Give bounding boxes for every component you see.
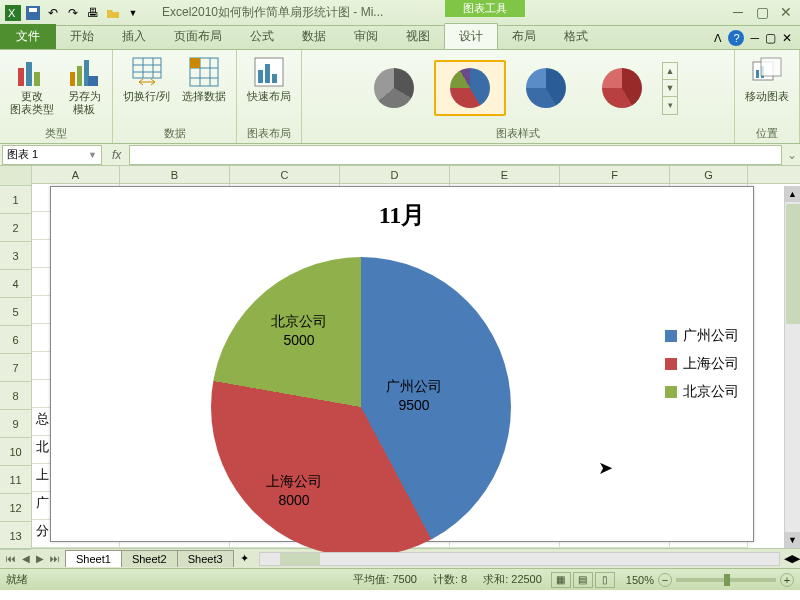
- chart-style-4[interactable]: [586, 60, 658, 116]
- row-header[interactable]: 4: [0, 270, 31, 298]
- style-down-icon[interactable]: ▼: [663, 80, 677, 97]
- expand-fbar-icon[interactable]: ⌄: [784, 148, 800, 162]
- tab-insert[interactable]: 插入: [108, 24, 160, 49]
- scroll-thumb[interactable]: [786, 204, 800, 324]
- doc-close-icon[interactable]: ✕: [782, 31, 792, 45]
- hscroll-thumb[interactable]: [280, 553, 320, 565]
- select-data-button[interactable]: 选择数据: [178, 54, 230, 105]
- row-header[interactable]: 13: [0, 522, 31, 550]
- zoom-out-icon[interactable]: −: [658, 573, 672, 587]
- tab-home[interactable]: 开始: [56, 24, 108, 49]
- close-icon[interactable]: ✕: [778, 4, 794, 20]
- svg-rect-21: [190, 58, 200, 68]
- hscroll-right-icon[interactable]: ▶: [792, 552, 800, 565]
- row-header[interactable]: 3: [0, 242, 31, 270]
- zoom-level[interactable]: 150%: [626, 574, 654, 586]
- pie-slices[interactable]: [211, 257, 511, 557]
- namebox-dropdown-icon[interactable]: ▼: [88, 150, 97, 160]
- open-icon[interactable]: [104, 4, 122, 22]
- sheet-next-icon[interactable]: ▶: [34, 553, 46, 564]
- col-header[interactable]: D: [340, 166, 450, 183]
- formula-input[interactable]: [129, 145, 782, 165]
- style-more-icon[interactable]: ▾: [663, 97, 677, 114]
- horizontal-scrollbar[interactable]: [259, 552, 780, 566]
- chart-legend[interactable]: 广州公司 上海公司 北京公司: [665, 317, 739, 411]
- restore-icon[interactable]: ▢: [754, 4, 770, 20]
- tab-design[interactable]: 设计: [444, 23, 498, 49]
- cell-grid[interactable]: 总北上广分 11月 广州公司9500 上海公司8000 北京公司5000 ➤: [32, 184, 800, 548]
- hscroll-left-icon[interactable]: ◀: [784, 552, 792, 565]
- group-data: 切换行/列 选择数据 数据: [113, 50, 237, 143]
- row-header[interactable]: 1: [0, 186, 31, 214]
- col-header[interactable]: A: [32, 166, 120, 183]
- tab-file[interactable]: 文件: [0, 24, 56, 49]
- doc-min-icon[interactable]: ─: [750, 31, 759, 45]
- save-template-button[interactable]: 另存为模板: [62, 54, 106, 118]
- row-header[interactable]: 8: [0, 382, 31, 410]
- sheet-tab-3[interactable]: Sheet3: [177, 550, 234, 567]
- sheet-first-icon[interactable]: ⏮: [4, 553, 18, 564]
- chart-title[interactable]: 11月: [51, 187, 753, 237]
- chart-object[interactable]: 11月 广州公司9500 上海公司8000 北京公司5000 ➤ 广州公司: [50, 186, 754, 542]
- sheet-tab-2[interactable]: Sheet2: [121, 550, 178, 567]
- save-icon[interactable]: [24, 4, 42, 22]
- row-header[interactable]: 2: [0, 214, 31, 242]
- sheet-tab-1[interactable]: Sheet1: [65, 550, 122, 567]
- col-header[interactable]: C: [230, 166, 340, 183]
- select-all-corner[interactable]: [0, 166, 31, 186]
- print-icon[interactable]: 🖶: [84, 4, 102, 22]
- view-layout-icon[interactable]: ▤: [573, 572, 593, 588]
- col-header[interactable]: B: [120, 166, 230, 183]
- qat-dropdown-icon[interactable]: ▼: [124, 4, 142, 22]
- status-average: 平均值: 7500: [353, 572, 417, 587]
- switch-row-col-button[interactable]: 切换行/列: [119, 54, 174, 105]
- zoom-slider[interactable]: [676, 578, 776, 582]
- row-header[interactable]: 6: [0, 326, 31, 354]
- excel-icon[interactable]: X: [4, 4, 22, 22]
- scroll-up-icon[interactable]: ▲: [785, 186, 800, 202]
- chart-style-2[interactable]: [434, 60, 506, 116]
- sheet-last-icon[interactable]: ⏭: [48, 553, 62, 564]
- group-chart-layout: 快速布局 图表布局: [237, 50, 302, 143]
- view-break-icon[interactable]: ▯: [595, 572, 615, 588]
- tab-page-layout[interactable]: 页面布局: [160, 24, 236, 49]
- col-header[interactable]: F: [560, 166, 670, 183]
- style-up-icon[interactable]: ▲: [663, 63, 677, 80]
- tab-formula[interactable]: 公式: [236, 24, 288, 49]
- view-normal-icon[interactable]: ▦: [551, 572, 571, 588]
- doc-max-icon[interactable]: ▢: [765, 31, 776, 45]
- row-header[interactable]: 10: [0, 438, 31, 466]
- help-icon[interactable]: ?: [728, 30, 744, 46]
- tab-layout2[interactable]: 布局: [498, 24, 550, 49]
- undo-icon[interactable]: ↶: [44, 4, 62, 22]
- row-header[interactable]: 12: [0, 494, 31, 522]
- zoom-thumb[interactable]: [724, 574, 730, 586]
- svg-rect-29: [761, 58, 781, 76]
- vertical-scrollbar[interactable]: ▲ ▼: [784, 186, 800, 548]
- change-chart-type-button[interactable]: 更改图表类型: [6, 54, 58, 118]
- quick-layout-button[interactable]: 快速布局: [243, 54, 295, 105]
- sheet-prev-icon[interactable]: ◀: [20, 553, 32, 564]
- col-header[interactable]: E: [450, 166, 560, 183]
- fx-icon[interactable]: fx: [104, 148, 129, 162]
- row-header[interactable]: 11: [0, 466, 31, 494]
- move-chart-button[interactable]: 移动图表: [741, 54, 793, 105]
- pie-plot[interactable]: 广州公司9500 上海公司8000 北京公司5000 ➤: [211, 257, 511, 557]
- tab-review[interactable]: 审阅: [340, 24, 392, 49]
- row-header[interactable]: 9: [0, 410, 31, 438]
- chart-style-3[interactable]: [510, 60, 582, 116]
- col-header[interactable]: G: [670, 166, 748, 183]
- ribbon-minimize-icon[interactable]: ᐱ: [714, 32, 722, 45]
- redo-icon[interactable]: ↷: [64, 4, 82, 22]
- row-header[interactable]: 7: [0, 354, 31, 382]
- tab-view[interactable]: 视图: [392, 24, 444, 49]
- tab-data[interactable]: 数据: [288, 24, 340, 49]
- svg-rect-4: [18, 68, 24, 86]
- name-box[interactable]: 图表 1 ▼: [2, 145, 102, 165]
- scroll-down-icon[interactable]: ▼: [785, 532, 800, 548]
- minimize-icon[interactable]: ─: [730, 4, 746, 20]
- tab-format[interactable]: 格式: [550, 24, 602, 49]
- chart-style-1[interactable]: [358, 60, 430, 116]
- zoom-in-icon[interactable]: +: [780, 573, 794, 587]
- row-header[interactable]: 5: [0, 298, 31, 326]
